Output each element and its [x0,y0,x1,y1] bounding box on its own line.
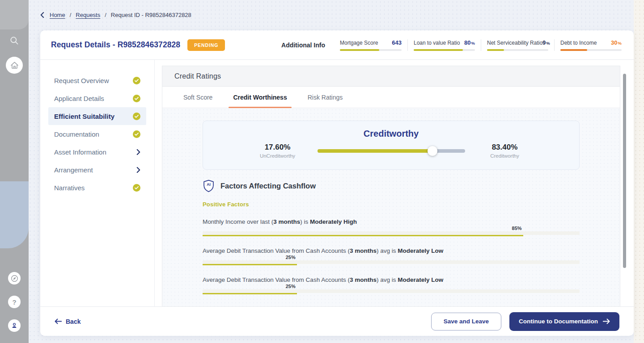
card-body: Request OverviewApplicant DetailsEfficie… [40,60,634,306]
creditworthy-value: 83.40% [476,143,534,152]
sidebar-item-label: Narratives [54,184,85,192]
sidebar-item-narratives[interactable]: Narratives [48,179,146,197]
metric-progress-fill [340,49,379,51]
sidebar-item-applicant-details[interactable]: Applicant Details [48,89,146,107]
sidebar-decor-top [0,0,29,29]
status-badge: PENDING [187,39,225,51]
app-sidebar: ? [0,0,29,343]
metric-progress-track [340,49,402,51]
sidebar-item-label: Request Overview [54,77,109,84]
panel-content: Creditworthy 17.60% UnCreditworthy [162,108,620,306]
metric-unit: % [618,41,622,46]
metric-progress-fill [560,49,587,51]
save-and-leave-label: Save and Leave [444,318,489,325]
continue-button-label: Continue to Documentation [519,318,598,325]
metric-unit: % [471,41,475,46]
sidebar-item-documentation[interactable]: Documentation [48,125,146,143]
breadcrumb-requests[interactable]: Requests [76,12,100,18]
metric-value: 80% [464,39,475,46]
metric-progress-track [487,49,548,51]
creditworthy-label: Creditworthy [476,153,534,159]
uncreditworthy-label: UnCreditworthy [249,153,307,159]
factors-heading-text: Factors Affecting Cashflow [220,182,316,190]
help-icon[interactable]: ? [8,296,21,308]
sidebar-item-label: Efficient Suitability [54,113,114,120]
factor-progress-track [203,260,580,264]
factor-text: Average Debit Transaction Value from Cas… [203,276,580,283]
scrollbar-thumb[interactable] [623,74,626,268]
tab-soft-score[interactable]: Soft Score [183,87,212,108]
tab-credit-worthiness[interactable]: Credit Worthiness [233,87,287,108]
positive-factors-title: Positive Factors [203,201,580,208]
metric-label: Mortgage Score [340,40,378,46]
metrics-strip: Mortgage Score643Loan to value Ratio80%N… [334,39,627,51]
sidebar-item-efficient-suitability[interactable]: Efficient Suitability [48,107,146,125]
tab-bar: Soft ScoreCredit WorthinessRisk Ratings [162,87,620,108]
arrow-right-icon [603,318,610,324]
factor-progress: 85% [203,226,580,237]
arrow-left-icon [55,318,62,324]
factor-progress-track [203,231,580,235]
metric-loan-to-value-ratio: Loan to value Ratio80% [407,39,481,51]
factor-row: Average Debit Transaction Value from Cas… [203,276,580,295]
sidebar-item-label: Asset Information [54,148,106,156]
factor-progress-fill [203,293,297,294]
uncreditworthy-value: 17.60% [249,143,307,152]
compass-icon[interactable] [8,272,21,284]
tab-risk-ratings[interactable]: Risk Ratings [308,87,343,108]
home-icon[interactable] [6,57,23,74]
search-icon[interactable] [9,36,19,46]
gauge-right-block: 83.40% Creditworthy [476,143,534,159]
metric-net-serviceability-ratio: Net Serviceability Ratio9% [481,39,554,51]
back-button[interactable]: Back [55,318,80,325]
check-icon [133,184,140,192]
sidebar-item-label: Applicant Details [54,95,104,102]
card-footer: Back Save and Leave Continue to Document… [40,306,634,336]
factor-text: Average Debit Transaction Value from Cas… [203,247,580,254]
breadcrumb-back-icon[interactable] [40,12,44,18]
factor-row: Average Debit Transaction Value from Cas… [203,247,580,266]
factor-progress-label: 25% [286,255,297,260]
factor-progress-fill [203,235,523,236]
metric-label: Net Serviceability Ratio [487,40,542,46]
creditworthy-gauge-card: Creditworthy 17.60% UnCreditworthy [203,121,580,170]
metric-label: Loan to value Ratio [414,40,460,46]
factor-progress-label: 85% [512,226,523,231]
metric-debt-to-income: Debt to Income30% [554,39,627,51]
breadcrumb: Home/Requests/Request ID - R985284637282… [40,12,191,18]
slider-fill [318,149,432,153]
breadcrumb-separator: / [105,12,106,18]
page: ? Home/Requests/Request ID - R9852846372… [0,0,644,343]
metric-value: 30% [611,39,622,46]
ai-shield-icon: AI [203,180,215,192]
breadcrumb-separator: / [70,12,72,18]
chevron-right-icon [136,167,140,173]
metric-progress-track [560,49,622,51]
sidebar-item-asset-information[interactable]: Asset Information [48,143,146,161]
panel-title: Credit Ratings [162,66,620,87]
check-icon [133,113,140,120]
card-header: Request Details - R9852846372828 PENDING… [40,30,634,60]
user-icon[interactable] [8,319,21,332]
sidebar-item-arrangement[interactable]: Arrangement [48,161,146,179]
factor-progress: 25% [203,255,580,266]
metric-value: 643 [392,39,402,46]
sidebar-item-request-overview[interactable]: Request Overview [48,71,146,89]
breadcrumb-home[interactable]: Home [50,12,65,18]
sidebar-item-label: Documentation [54,130,99,138]
factors-heading: AI Factors Affecting Cashflow [203,180,580,192]
metric-progress-track [414,49,475,51]
gauge-title: Creditworthy [203,129,579,139]
page-title: Request Details - R9852846372828 [51,40,180,50]
page-right-strip [634,0,644,343]
back-button-label: Back [66,318,80,325]
continue-to-documentation-button[interactable]: Continue to Documentation [509,312,619,331]
slider-knob[interactable] [428,146,437,156]
factor-text: Monthly Income over last (3 months) is M… [203,218,580,225]
metric-progress-fill [414,49,463,51]
metric-unit: % [546,41,550,46]
metric-progress-fill [487,49,504,51]
save-and-leave-button[interactable]: Save and Leave [431,313,501,330]
metric-label: Debt to Income [560,40,597,46]
factor-progress-fill [203,264,297,265]
